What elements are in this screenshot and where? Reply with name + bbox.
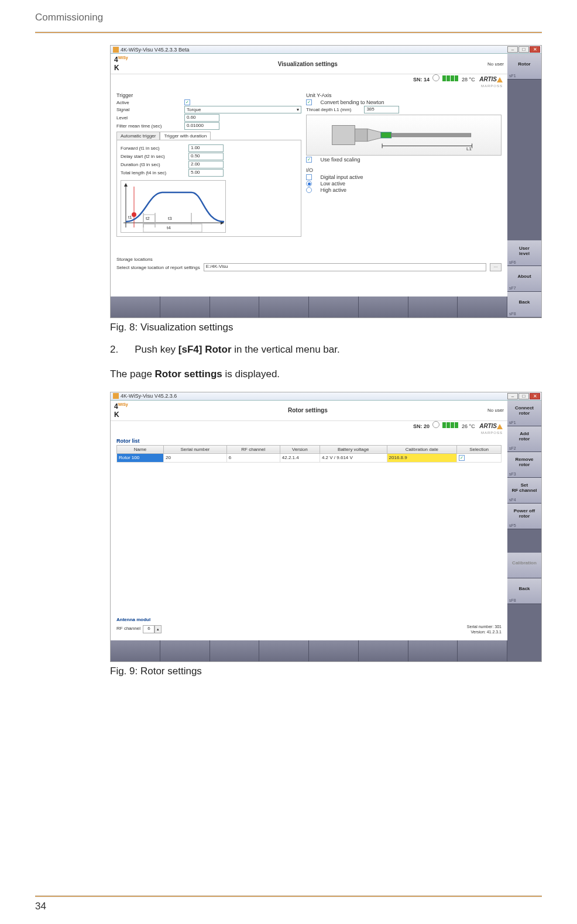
selection-checkbox[interactable]: ✓ [459,455,465,461]
window-title: 4K-WiSy-Visu V45.2.3.3 Beta [121,47,189,53]
graph-t2: t2 [146,216,150,221]
tab-trigger-with-duration[interactable]: Trigger with duration [160,132,211,140]
cell-sn: 20 [163,453,226,462]
signal-icon [432,74,439,81]
sn-label-2: SN: 20 [413,423,430,429]
side-connect-rotor-button[interactable]: Connect rotorsF1 [507,401,541,426]
forward-label: Forward (t1 in sec) [121,146,185,151]
col-version[interactable]: Version [280,445,320,453]
table-row[interactable]: Rotor 100 20 6 42.2.1.4 4.2 V / 9.614 V … [117,453,502,462]
maximize-button[interactable]: □ [518,46,529,53]
figure-9-screenshot: 4K-WiSy-Visu V45.2.3.6 – □ ✕ 4WiSyK Roto… [110,392,542,662]
svg-rect-10 [143,224,202,232]
minimize-button[interactable]: – [507,393,518,399]
window-titlebar: 4K-WiSy-Visu V45.2.3.3 Beta – □ ✕ [111,46,541,54]
signal-label: Signal [116,107,181,112]
side-calibration-button[interactable]: Calibration [507,553,541,578]
signal-select[interactable]: Torque▾ [184,106,301,113]
chevron-down-icon: ▾ [297,107,299,112]
convert-bending-checkbox[interactable]: ✓ [306,99,312,105]
antenna-serial: Serial number: 301 [467,624,502,629]
side-rotor-button[interactable]: RotorsF1 [507,54,541,80]
storage-path-input[interactable]: E:/4K-Visu [204,263,486,271]
fixed-scaling-label: Use fixed scaling [321,157,360,163]
level-label: Level [116,115,181,120]
side-empty [507,529,541,553]
low-active-radio[interactable] [306,181,312,187]
digital-input-checkbox[interactable] [306,174,312,180]
minimize-button[interactable]: – [507,46,518,53]
close-button[interactable]: ✕ [530,46,540,53]
app-icon [113,393,119,399]
col-serial[interactable]: Serial number [163,445,226,453]
side-set-rf-button[interactable]: Set RF channelsF4 [507,478,541,504]
graph-t3: t3 [168,216,172,221]
side-back-button[interactable]: BacksF8 [507,292,541,318]
side-menu-2: Connect rotorsF1 Add rotorsF2 Remove rot… [507,401,541,661]
total-label: Total length (t4 in sec) [121,170,185,175]
page-title-2: Rotor settings [132,407,484,413]
svg-rect-14 [381,132,391,138]
svg-rect-12 [355,129,367,141]
col-rf[interactable]: RF channel [226,445,280,453]
figure-9-caption: Fig. 9: Rotor settings [110,666,542,677]
cell-ver: 42.2.1.4 [280,453,320,462]
sn-label: SN: 14 [413,77,430,82]
window-title-2: 4K-WiSy-Visu V45.2.3.6 [121,393,177,399]
trigger-graph: t1 t2 t3 t4 [121,180,226,233]
duration-input[interactable]: 2.00 [188,161,224,168]
cell-sel: ✓ [457,453,502,462]
antenna-heading: Antenna modul [116,617,502,622]
high-active-label: High active [321,187,347,193]
side-remove-rotor-button[interactable]: Remove rotorsF3 [507,452,541,478]
rotor-table: Name Serial number RF channel Version Ba… [116,445,502,463]
delay-input[interactable]: 0.50 [188,153,224,160]
bottom-bar [111,296,507,318]
artis-logo: ARTIS [479,76,497,82]
rf-channel-label: RF channel [116,626,140,631]
col-battery[interactable]: Battery voltage [320,445,387,453]
filter-label: Filter mean time (sec) [116,123,181,129]
footer-rule [35,895,542,897]
antenna-version: Version: 41.2.3.1 [467,629,502,635]
throat-input[interactable]: 385 [364,106,399,113]
fixed-scaling-checkbox[interactable]: ✓ [306,157,312,163]
forward-input[interactable]: 1.00 [188,144,224,152]
side-add-rotor-button[interactable]: Add rotorsF2 [507,426,541,452]
side-about-button[interactable]: AboutsF7 [507,266,541,292]
high-active-radio[interactable] [306,187,312,193]
artis-triangle-icon [497,424,503,429]
step-up-icon[interactable]: ▴ [154,625,162,633]
tab-automatic-trigger[interactable]: Automatic trigger [116,132,160,140]
side-power-off-button[interactable]: Power off rotorsF5 [507,504,541,529]
step-2: 2. Push key [sF4] Rotor in the vertical … [110,343,542,357]
cell-bat: 4.2 V / 9.614 V [320,453,387,462]
col-calibration[interactable]: Calibration date [387,445,457,453]
rotor-settings-text: The page Rotor settings is displayed. [110,367,542,381]
bottom-bar-2 [111,640,507,661]
level-input[interactable]: 0.60 [184,114,219,122]
svg-marker-13 [368,129,381,141]
col-name[interactable]: Name [117,445,164,453]
close-button[interactable]: ✕ [530,393,540,399]
page-number: 34 [35,901,542,912]
svg-point-5 [132,212,136,217]
throat-label: Throat depth L1 (mm) [306,107,351,112]
io-heading: I/O [306,167,502,173]
col-selection[interactable]: Selection [457,445,502,453]
side-back-button-2[interactable]: BacksF8 [507,578,541,604]
no-user-label: No user [487,408,504,413]
total-input[interactable]: 5.00 [188,169,224,177]
logo-4k: 4WiSyK [114,56,128,72]
side-user-level-button[interactable]: User levelsF6 [507,240,541,266]
rf-channel-stepper[interactable]: 6 ▴ [143,625,162,633]
filter-input[interactable]: 0.01000 [184,122,219,130]
maximize-button[interactable]: □ [518,393,529,399]
storage-label: Select storage location of report settin… [116,265,200,270]
active-checkbox[interactable]: ✓ [184,99,190,105]
browse-button[interactable]: … [490,263,502,271]
figure-8-caption: Fig. 8: Visualization settings [110,322,542,333]
page-header: Commissioning [0,0,577,27]
graph-t1: t1 [128,215,132,220]
app-icon [113,47,119,53]
